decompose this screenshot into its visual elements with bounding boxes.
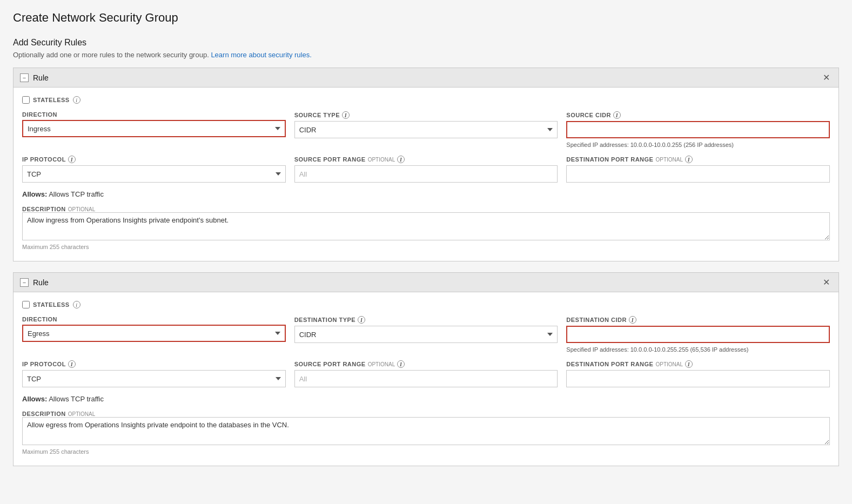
section-description: Optionally add one or more rules to the … — [13, 51, 839, 59]
source-type-info-icon-1[interactable]: i — [342, 111, 350, 119]
ip-protocol-label-1: IP PROTOCOL i — [22, 156, 286, 163]
dest-type-info-icon-2[interactable]: i — [358, 316, 365, 324]
section-title: Add Security Rules — [13, 38, 839, 48]
dest-port-group-2: DESTINATION PORT RANGE OPTIONAL i 1521 — [566, 360, 830, 387]
source-cidr-group-1: SOURCE CIDR i 10.0.0.0/24 Specified IP a… — [566, 111, 830, 148]
rule-body-2: STATELESS i DIRECTION Ingress Egress DES… — [14, 292, 838, 466]
stateless-info-icon-1[interactable]: i — [73, 96, 80, 104]
close-rule-1-button[interactable]: ✕ — [821, 72, 832, 83]
rule-header-left-1: − Rule — [20, 73, 49, 82]
ip-protocol-group-2: IP PROTOCOL i TCP UDP ICMP All — [22, 360, 286, 387]
dest-cidr-info-icon-2[interactable]: i — [629, 316, 636, 324]
stateless-checkbox-1[interactable] — [22, 96, 30, 104]
allows-text-1: Allows: Allows TCP traffic — [22, 190, 830, 198]
dest-type-label-2: DESTINATION TYPE i — [294, 316, 558, 324]
source-port-input-1[interactable] — [294, 165, 558, 183]
rule-header-left-2: − Rule — [20, 278, 49, 287]
dest-cidr-input-2[interactable]: 10.0.0.0/16 — [566, 326, 830, 343]
source-port-label-1: SOURCE PORT RANGE OPTIONAL i — [294, 156, 558, 163]
description-group-2: DESCRIPTION OPTIONAL Allow egress from O… — [22, 411, 830, 455]
direction-group-2: DIRECTION Ingress Egress — [22, 316, 286, 353]
close-rule-2-button[interactable]: ✕ — [821, 277, 832, 287]
rule-header-1: − Rule ✕ — [14, 68, 838, 88]
stateless-checkbox-2[interactable] — [22, 301, 30, 308]
source-cidr-input-1[interactable]: 10.0.0.0/24 — [566, 121, 830, 138]
description-label-1: DESCRIPTION OPTIONAL — [22, 206, 830, 212]
dest-port-info-icon-2[interactable]: i — [685, 360, 693, 368]
source-type-group-1: SOURCE TYPE i CIDR Service Network Secur… — [294, 111, 558, 148]
dest-port-input-2[interactable]: 1521 — [566, 370, 830, 387]
source-type-label-1: SOURCE TYPE i — [294, 111, 558, 119]
source-type-select-1[interactable]: CIDR Service Network Security Group — [294, 121, 558, 138]
source-port-input-2[interactable] — [294, 370, 558, 387]
dest-cidr-label-2: DESTINATION CIDR i — [566, 316, 830, 324]
description-group-1: DESCRIPTION OPTIONAL Allow ingress from … — [22, 206, 830, 250]
collapse-btn-2[interactable]: − — [20, 278, 29, 287]
ip-protocol-select-2[interactable]: TCP UDP ICMP All — [22, 370, 286, 387]
stateless-label-2: STATELESS — [33, 301, 70, 308]
rule-label-2: Rule — [33, 278, 49, 287]
ip-protocol-info-icon-2[interactable]: i — [68, 360, 76, 368]
form-row-2b: IP PROTOCOL i TCP UDP ICMP All SOURCE PO… — [22, 360, 830, 387]
description-label-2: DESCRIPTION OPTIONAL — [22, 411, 830, 417]
ip-protocol-info-icon-1[interactable]: i — [68, 156, 76, 163]
source-port-group-1: SOURCE PORT RANGE OPTIONAL i — [294, 156, 558, 183]
stateless-row-2: STATELESS i — [22, 301, 830, 308]
dest-cidr-group-2: DESTINATION CIDR i 10.0.0.0/16 Specified… — [566, 316, 830, 353]
rule-card-1: − Rule ✕ STATELESS i DIRECTION Ingress E… — [13, 68, 839, 261]
dest-type-group-2: DESTINATION TYPE i CIDR Service Network … — [294, 316, 558, 353]
page-title: Create Network Security Group — [13, 11, 839, 25]
form-row-2a: DIRECTION Ingress Egress DESTINATION TYP… — [22, 316, 830, 353]
ip-protocol-label-2: IP PROTOCOL i — [22, 360, 286, 368]
collapse-btn-1[interactable]: − — [20, 73, 29, 82]
source-port-info-icon-1[interactable]: i — [397, 156, 405, 163]
rule-body-1: STATELESS i DIRECTION Ingress Egress SOU… — [14, 88, 838, 261]
dest-type-select-2[interactable]: CIDR Service Network Security Group — [294, 326, 558, 343]
source-cidr-hint-1: Specified IP addresses: 10.0.0.0-10.0.0.… — [566, 142, 830, 148]
rule-label-1: Rule — [33, 73, 49, 82]
dest-port-input-1[interactable]: 1521 — [566, 165, 830, 183]
source-port-group-2: SOURCE PORT RANGE OPTIONAL i — [294, 360, 558, 387]
ip-protocol-select-1[interactable]: TCP UDP ICMP All — [22, 165, 286, 183]
direction-select-1[interactable]: Ingress Egress — [22, 120, 286, 137]
direction-label-1: DIRECTION — [22, 111, 286, 118]
rule-header-2: − Rule ✕ — [14, 273, 838, 292]
stateless-info-icon-2[interactable]: i — [73, 301, 80, 308]
allows-text-2: Allows: Allows TCP traffic — [22, 395, 830, 403]
form-row-1b: IP PROTOCOL i TCP UDP ICMP All SOURCE PO… — [22, 156, 830, 183]
rule-card-2: − Rule ✕ STATELESS i DIRECTION Ingress E… — [13, 272, 839, 466]
dest-port-group-1: DESTINATION PORT RANGE OPTIONAL i 1521 — [566, 156, 830, 183]
dest-cidr-hint-2: Specified IP addresses: 10.0.0.0-10.0.25… — [566, 346, 830, 353]
char-limit-2: Maximum 255 characters — [22, 448, 830, 455]
dest-port-label-2: DESTINATION PORT RANGE OPTIONAL i — [566, 360, 830, 368]
source-cidr-label-1: SOURCE CIDR i — [566, 111, 830, 119]
dest-port-info-icon-1[interactable]: i — [685, 156, 693, 163]
description-textarea-2[interactable]: Allow egress from Operations Insights pr… — [22, 417, 830, 445]
ip-protocol-group-1: IP PROTOCOL i TCP UDP ICMP All — [22, 156, 286, 183]
dest-port-label-1: DESTINATION PORT RANGE OPTIONAL i — [566, 156, 830, 163]
description-textarea-1[interactable]: Allow ingress from Operations Insights p… — [22, 212, 830, 240]
form-row-1a: DIRECTION Ingress Egress SOURCE TYPE i C… — [22, 111, 830, 148]
char-limit-1: Maximum 255 characters — [22, 244, 830, 250]
direction-group-1: DIRECTION Ingress Egress — [22, 111, 286, 148]
stateless-row-1: STATELESS i — [22, 96, 830, 104]
source-port-info-icon-2[interactable]: i — [397, 360, 405, 368]
learn-more-link[interactable]: Learn more about security rules. — [211, 51, 311, 59]
source-cidr-info-icon-1[interactable]: i — [613, 111, 621, 119]
source-port-label-2: SOURCE PORT RANGE OPTIONAL i — [294, 360, 558, 368]
direction-label-2: DIRECTION — [22, 316, 286, 322]
stateless-label-1: STATELESS — [33, 97, 70, 103]
direction-select-2[interactable]: Ingress Egress — [22, 325, 286, 342]
